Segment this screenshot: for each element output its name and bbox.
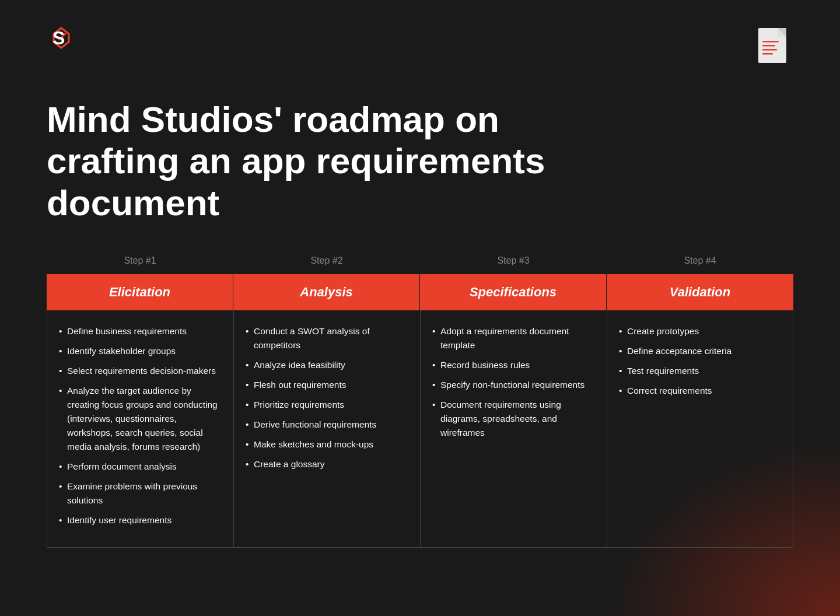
list-item: Make sketches and mock-ups <box>246 438 408 452</box>
list-item: Prioritize requirements <box>246 398 408 412</box>
main-title: Mind Studios' roadmap on crafting an app… <box>47 99 572 223</box>
list-item: Specify non-functional requirements <box>432 378 595 392</box>
step-content-4: Create prototypesDefine acceptance crite… <box>607 310 793 548</box>
step-heading-1: Elicitation <box>47 274 233 310</box>
list-item: Document requirements using diagrams, sp… <box>432 398 595 440</box>
svg-rect-4 <box>762 41 779 43</box>
step-column-1: Step #1ElicitationDefine business requir… <box>47 256 233 548</box>
step-column-2: Step #2AnalysisConduct a SWOT analysis o… <box>233 256 420 548</box>
list-item: Define business requirements <box>59 324 222 338</box>
svg-text:S: S <box>52 27 65 48</box>
page-header: S <box>47 23 793 69</box>
steps-grid: Step #1ElicitationDefine business requir… <box>47 256 793 548</box>
list-item: Select requirements decision-makers <box>59 364 222 378</box>
list-item: Perform document analysis <box>59 460 222 474</box>
list-item: Conduct a SWOT analysis of competitors <box>246 324 408 352</box>
list-item: Test requirements <box>619 364 781 378</box>
list-item: Create a glossary <box>246 457 408 471</box>
step-label-3: Step #3 <box>420 256 607 266</box>
svg-rect-5 <box>762 45 775 47</box>
step-heading-3: Specifications <box>420 274 606 310</box>
step-label-1: Step #1 <box>47 256 233 266</box>
document-icon <box>755 23 793 69</box>
logo: S <box>47 23 76 55</box>
list-item: Define acceptance criteria <box>619 344 781 358</box>
list-item: Examine problems with previous solutions <box>59 480 222 508</box>
svg-rect-7 <box>762 53 773 55</box>
list-item: Record business rules <box>432 358 595 372</box>
list-item: Identify user requirements <box>59 513 222 527</box>
list-item: Analyze idea feasibility <box>246 358 408 372</box>
step-column-4: Step #4ValidationCreate prototypesDefine… <box>607 256 793 548</box>
list-item: Correct requirements <box>619 384 781 398</box>
list-item: Adopt a requirements document template <box>432 324 595 352</box>
list-item: Analyze the target audience by creating … <box>59 384 222 454</box>
step-label-2: Step #2 <box>233 256 420 266</box>
step-label-4: Step #4 <box>607 256 793 266</box>
list-item: Identify stakeholder groups <box>59 344 222 358</box>
list-item: Flesh out requirements <box>246 378 408 392</box>
step-heading-2: Analysis <box>233 274 419 310</box>
list-item: Derive functional requirements <box>246 418 408 432</box>
svg-rect-6 <box>762 49 777 51</box>
step-heading-4: Validation <box>607 274 793 310</box>
step-content-1: Define business requirementsIdentify sta… <box>47 310 233 548</box>
list-item: Create prototypes <box>619 324 781 338</box>
step-content-3: Adopt a requirements document templateRe… <box>420 310 607 548</box>
step-content-2: Conduct a SWOT analysis of competitorsAn… <box>233 310 420 548</box>
step-column-3: Step #3SpecificationsAdopt a requirement… <box>420 256 607 548</box>
